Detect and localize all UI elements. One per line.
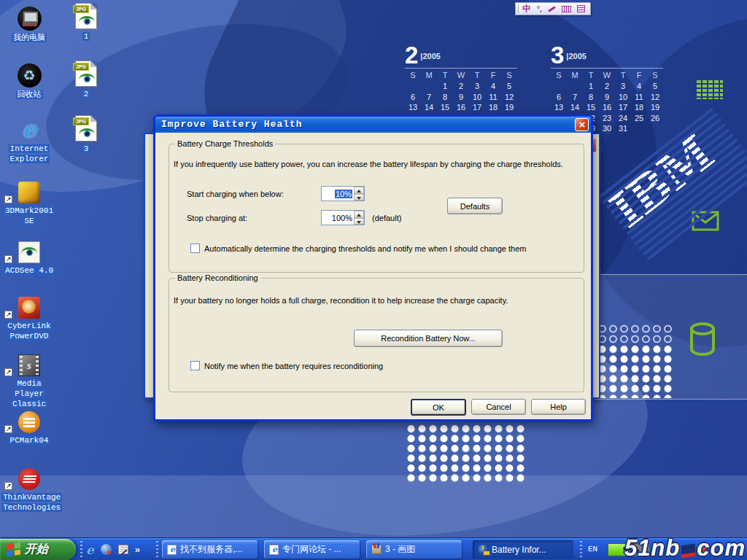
desktop-icon-acdsee-4-0[interactable]: ACDSee 4.0 [1, 236, 57, 276]
calendar-day: 15 [437, 102, 453, 113]
calendar-day: 16 [453, 102, 469, 113]
thinkvantage-icon [1, 462, 57, 490]
calendar-day: 3 [615, 81, 631, 92]
calendar-day: 14 [421, 102, 437, 113]
calendar-weekday: S [551, 68, 567, 81]
stop-charging-value[interactable]: 100% [321, 210, 354, 225]
desktop-icon-2[interactable]: JPG2 [58, 59, 114, 99]
watermark-logo [681, 544, 695, 559]
desktop-icon-label: 我的电脑 [1, 33, 57, 43]
ok-button[interactable]: OK [411, 399, 466, 416]
calendar-day: 3 [469, 81, 485, 92]
defaults-button[interactable]: Defaults [447, 198, 503, 214]
ime-punctuation-icon[interactable]: °, [537, 5, 542, 13]
calendar-day: 17 [615, 102, 631, 113]
shortcut-arrow-icon [4, 482, 12, 490]
browser-icon[interactable] [101, 544, 112, 555]
jpg-file-icon: JPG [58, 114, 114, 141]
dialog-titlebar[interactable]: Improve Battery Health [155, 117, 591, 133]
close-icon[interactable] [575, 118, 589, 131]
calendar-day [405, 81, 421, 92]
cancel-button[interactable]: Cancel [471, 399, 526, 415]
calendar-weekday: W [453, 68, 469, 81]
ime-pen-icon[interactable] [548, 6, 556, 12]
calendar-day [421, 81, 437, 92]
notify-reconditioning-checkbox[interactable] [190, 361, 200, 370]
ime-language-bar[interactable]: 中 °, [515, 2, 591, 15]
calendar-day: 13 [551, 102, 567, 113]
pcmark04-icon [1, 405, 57, 433]
default-note: (default) [372, 214, 401, 222]
taskbar-task-3[interactable]: 3 - 画图 [366, 540, 462, 559]
dialog-title: Improve Battery Health [155, 117, 591, 133]
desktop-icon-cyberlink-powerdvd[interactable]: CyberLink PowerDVD [1, 291, 57, 341]
chevron-more-icon[interactable]: » [135, 544, 140, 555]
calendar-weekday: S [405, 68, 421, 81]
desktop-icon-label: ThinkVantage Technologies [1, 492, 57, 513]
paint-icon [371, 545, 382, 554]
3dmark2001-icon [1, 176, 57, 203]
desktop-icon-label: 3 [58, 144, 114, 154]
spinner-up-button[interactable] [354, 187, 364, 194]
calendar-weekday: T [437, 68, 453, 81]
ime-menu-icon[interactable] [577, 5, 585, 12]
calendar-day: 4 [631, 81, 647, 92]
ime-keyboard-icon[interactable] [562, 6, 571, 12]
dot-pattern [406, 424, 526, 483]
desktop-icon-1[interactable]: JPG1 [58, 1, 114, 42]
calendar-day: 5 [501, 81, 517, 92]
desktop-icon-thinkvantage-technologies[interactable]: ThinkVantage Technologies [1, 462, 57, 513]
calendar-day: 19 [647, 102, 663, 113]
desktop-icon-3dmark2001-se[interactable]: 3DMark2001 SE [1, 176, 57, 226]
desktop-icon--[interactable]: ♻回收站 [1, 60, 57, 100]
calendar-day: 12 [501, 92, 517, 103]
calendar-weekday: M [567, 68, 583, 81]
spinner-up-button[interactable] [354, 211, 364, 218]
media-player-classic-icon: s [1, 349, 57, 376]
calendar-day: 11 [631, 92, 647, 103]
group-label: Battery Reconditioning [175, 273, 260, 282]
desktop-icon-3[interactable]: JPG3 [58, 114, 114, 154]
calendar-weekday: M [421, 68, 437, 81]
dot-pattern [597, 344, 674, 398]
start-charging-value[interactable]: 10% [321, 186, 354, 201]
calendar-day: 18 [631, 102, 647, 113]
desktop-icon-label: 回收站 [1, 90, 57, 100]
calendar-month-header: 2|2005 [405, 42, 517, 68]
auto-thresholds-checkbox-label: Automatically determine the charging thr… [204, 244, 526, 253]
calendar-day: 6 [551, 92, 567, 103]
calendar-day: 23 [599, 113, 615, 124]
battery-alert-icon [478, 545, 488, 555]
dot-pattern-rings [597, 324, 674, 344]
spinner-down-button[interactable] [354, 218, 364, 225]
improve-battery-health-dialog: Improve Battery Health Battery Charge Th… [153, 114, 593, 421]
desktop-icon-media-player-classic[interactable]: sMedia Player Classic [1, 349, 57, 409]
spinner-down-button[interactable] [354, 194, 364, 201]
calendar-day: 2 [453, 81, 469, 92]
calendar-day: 12 [647, 92, 663, 103]
start-button[interactable]: 开始 [0, 539, 76, 560]
ime-chinese-icon[interactable]: 中 [522, 3, 531, 15]
recondition-battery-button[interactable]: Recondition Battery Now... [354, 330, 503, 347]
calendar-day: 9 [453, 92, 469, 103]
internet-explorer-icon[interactable]: e [86, 542, 94, 557]
taskbar-task-2[interactable]: 专门网论坛 - ... [264, 540, 360, 559]
desktop-icon-pcmark04[interactable]: PCMark04 [1, 405, 57, 446]
taskbar-task-4[interactable]: Battery Infor... [473, 540, 573, 559]
start-button-label: 开始 [25, 542, 48, 557]
task-label: 3 - 画图 [385, 543, 415, 556]
desktop-icon-label: 1 [58, 31, 114, 42]
taskbar-task-1[interactable]: 找不到服务器,... [162, 540, 258, 559]
auto-thresholds-checkbox[interactable] [190, 244, 200, 253]
show-desktop-icon[interactable] [118, 545, 128, 554]
stop-charging-spinner[interactable]: 100% [321, 210, 365, 225]
desktop-icon-label: PCMark04 [1, 435, 57, 446]
ie-page-icon [269, 545, 279, 555]
language-indicator[interactable]: EN [588, 545, 597, 553]
help-button[interactable]: Help [531, 399, 586, 415]
windows-logo-icon [7, 542, 20, 557]
notify-reconditioning-checkbox-label: Notify me when the battery requires reco… [204, 362, 383, 370]
desktop-icon--[interactable]: 我的电脑 [1, 3, 57, 43]
start-charging-spinner[interactable]: 10% [321, 186, 365, 201]
desktop-icon-internet-explorer[interactable]: eInternet Explorer [1, 114, 57, 164]
